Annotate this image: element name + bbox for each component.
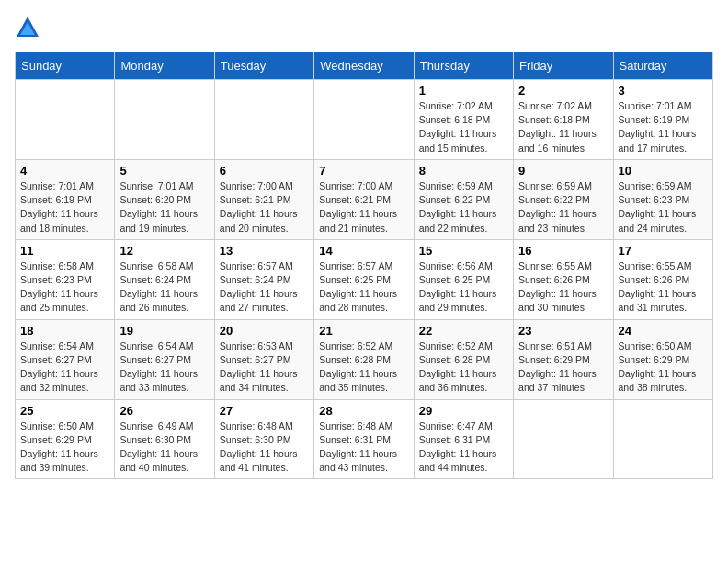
calendar-cell: 8Sunrise: 6:59 AM Sunset: 6:22 PM Daylig… xyxy=(414,159,513,239)
calendar-cell: 24Sunrise: 6:50 AM Sunset: 6:29 PM Dayli… xyxy=(613,319,712,399)
day-number: 22 xyxy=(419,324,508,338)
calendar-header: SundayMondayTuesdayWednesdayThursdayFrid… xyxy=(16,52,713,80)
day-info: Sunrise: 6:50 AM Sunset: 6:29 PM Dayligh… xyxy=(619,339,708,396)
day-number: 1 xyxy=(419,84,508,98)
calendar-week-2: 4Sunrise: 7:01 AM Sunset: 6:19 PM Daylig… xyxy=(16,159,713,239)
calendar-cell xyxy=(214,80,313,160)
day-number: 18 xyxy=(20,324,109,338)
calendar-cell: 7Sunrise: 7:00 AM Sunset: 6:21 PM Daylig… xyxy=(314,159,414,239)
day-info: Sunrise: 6:50 AM Sunset: 6:29 PM Dayligh… xyxy=(20,419,109,476)
calendar-cell: 22Sunrise: 6:52 AM Sunset: 6:28 PM Dayli… xyxy=(414,319,513,399)
day-info: Sunrise: 6:52 AM Sunset: 6:28 PM Dayligh… xyxy=(419,339,508,396)
day-info: Sunrise: 6:47 AM Sunset: 6:31 PM Dayligh… xyxy=(419,419,508,476)
day-info: Sunrise: 6:55 AM Sunset: 6:26 PM Dayligh… xyxy=(518,259,608,316)
day-number: 27 xyxy=(220,404,309,418)
calendar-week-4: 18Sunrise: 6:54 AM Sunset: 6:27 PM Dayli… xyxy=(16,319,713,399)
calendar-cell: 21Sunrise: 6:52 AM Sunset: 6:28 PM Dayli… xyxy=(314,319,414,399)
day-number: 13 xyxy=(220,244,309,258)
day-info: Sunrise: 6:59 AM Sunset: 6:23 PM Dayligh… xyxy=(619,179,708,236)
calendar-cell: 27Sunrise: 6:48 AM Sunset: 6:30 PM Dayli… xyxy=(214,399,313,479)
day-info: Sunrise: 6:48 AM Sunset: 6:31 PM Dayligh… xyxy=(319,419,408,476)
day-info: Sunrise: 7:02 AM Sunset: 6:18 PM Dayligh… xyxy=(419,99,508,155)
day-info: Sunrise: 7:01 AM Sunset: 6:19 PM Dayligh… xyxy=(619,99,708,155)
calendar-cell: 3Sunrise: 7:01 AM Sunset: 6:19 PM Daylig… xyxy=(613,80,712,160)
day-info: Sunrise: 6:58 AM Sunset: 6:23 PM Dayligh… xyxy=(20,259,109,316)
calendar-cell: 10Sunrise: 6:59 AM Sunset: 6:23 PM Dayli… xyxy=(613,159,712,239)
day-number: 17 xyxy=(619,244,708,258)
calendar-cell: 28Sunrise: 6:48 AM Sunset: 6:31 PM Dayli… xyxy=(314,399,414,479)
day-number: 15 xyxy=(419,244,508,258)
day-number: 3 xyxy=(619,84,708,98)
calendar-cell: 13Sunrise: 6:57 AM Sunset: 6:24 PM Dayli… xyxy=(214,239,313,319)
weekday-header-thursday: Thursday xyxy=(414,52,513,80)
day-info: Sunrise: 6:59 AM Sunset: 6:22 PM Dayligh… xyxy=(419,179,508,236)
calendar-cell xyxy=(16,80,115,160)
calendar-cell: 16Sunrise: 6:55 AM Sunset: 6:26 PM Dayli… xyxy=(514,239,613,319)
calendar-body: 1Sunrise: 7:02 AM Sunset: 6:18 PM Daylig… xyxy=(16,80,713,479)
calendar-cell: 18Sunrise: 6:54 AM Sunset: 6:27 PM Dayli… xyxy=(16,319,115,399)
day-number: 9 xyxy=(518,164,608,178)
day-info: Sunrise: 7:00 AM Sunset: 6:21 PM Dayligh… xyxy=(220,179,309,236)
calendar-cell: 9Sunrise: 6:59 AM Sunset: 6:22 PM Daylig… xyxy=(514,159,613,239)
day-info: Sunrise: 7:01 AM Sunset: 6:19 PM Dayligh… xyxy=(20,179,109,236)
day-info: Sunrise: 6:53 AM Sunset: 6:27 PM Dayligh… xyxy=(220,339,309,396)
calendar-cell: 4Sunrise: 7:01 AM Sunset: 6:19 PM Daylig… xyxy=(16,159,115,239)
day-number: 10 xyxy=(619,164,708,178)
day-info: Sunrise: 6:58 AM Sunset: 6:24 PM Dayligh… xyxy=(119,259,209,316)
logo xyxy=(15,15,44,40)
day-number: 23 xyxy=(518,324,608,338)
calendar-cell: 11Sunrise: 6:58 AM Sunset: 6:23 PM Dayli… xyxy=(16,239,115,319)
day-info: Sunrise: 6:55 AM Sunset: 6:26 PM Dayligh… xyxy=(619,259,708,316)
day-number: 4 xyxy=(20,164,109,178)
day-info: Sunrise: 7:02 AM Sunset: 6:18 PM Dayligh… xyxy=(518,99,608,155)
day-number: 28 xyxy=(319,404,408,418)
day-number: 21 xyxy=(319,324,408,338)
page-header xyxy=(15,15,713,40)
day-info: Sunrise: 6:59 AM Sunset: 6:22 PM Dayligh… xyxy=(518,179,608,236)
day-number: 20 xyxy=(220,324,309,338)
day-number: 5 xyxy=(119,164,209,178)
day-number: 7 xyxy=(319,164,408,178)
calendar-cell: 2Sunrise: 7:02 AM Sunset: 6:18 PM Daylig… xyxy=(514,80,613,160)
day-number: 29 xyxy=(419,404,508,418)
day-info: Sunrise: 6:54 AM Sunset: 6:27 PM Dayligh… xyxy=(20,339,109,396)
calendar-week-5: 25Sunrise: 6:50 AM Sunset: 6:29 PM Dayli… xyxy=(16,399,713,479)
day-info: Sunrise: 7:00 AM Sunset: 6:21 PM Dayligh… xyxy=(319,179,408,236)
calendar-cell: 19Sunrise: 6:54 AM Sunset: 6:27 PM Dayli… xyxy=(115,319,214,399)
calendar-cell xyxy=(115,80,214,160)
day-info: Sunrise: 6:51 AM Sunset: 6:29 PM Dayligh… xyxy=(518,339,608,396)
weekday-header-wednesday: Wednesday xyxy=(314,52,414,80)
day-number: 8 xyxy=(419,164,508,178)
day-info: Sunrise: 6:54 AM Sunset: 6:27 PM Dayligh… xyxy=(119,339,209,396)
day-number: 26 xyxy=(119,404,209,418)
calendar-cell: 26Sunrise: 6:49 AM Sunset: 6:30 PM Dayli… xyxy=(115,399,214,479)
day-info: Sunrise: 6:57 AM Sunset: 6:24 PM Dayligh… xyxy=(220,259,309,316)
calendar-cell: 29Sunrise: 6:47 AM Sunset: 6:31 PM Dayli… xyxy=(414,399,513,479)
calendar-week-3: 11Sunrise: 6:58 AM Sunset: 6:23 PM Dayli… xyxy=(16,239,713,319)
calendar-cell: 23Sunrise: 6:51 AM Sunset: 6:29 PM Dayli… xyxy=(514,319,613,399)
calendar-cell: 6Sunrise: 7:00 AM Sunset: 6:21 PM Daylig… xyxy=(214,159,313,239)
calendar-cell: 15Sunrise: 6:56 AM Sunset: 6:25 PM Dayli… xyxy=(414,239,513,319)
weekday-header-row: SundayMondayTuesdayWednesdayThursdayFrid… xyxy=(16,52,713,80)
day-info: Sunrise: 6:48 AM Sunset: 6:30 PM Dayligh… xyxy=(220,419,309,476)
day-info: Sunrise: 6:57 AM Sunset: 6:25 PM Dayligh… xyxy=(319,259,408,316)
day-info: Sunrise: 6:56 AM Sunset: 6:25 PM Dayligh… xyxy=(419,259,508,316)
day-number: 11 xyxy=(20,244,109,258)
day-number: 12 xyxy=(119,244,209,258)
calendar-cell xyxy=(314,80,414,160)
calendar-table: SundayMondayTuesdayWednesdayThursdayFrid… xyxy=(15,52,713,479)
day-number: 6 xyxy=(220,164,309,178)
calendar-cell: 25Sunrise: 6:50 AM Sunset: 6:29 PM Dayli… xyxy=(16,399,115,479)
weekday-header-saturday: Saturday xyxy=(613,52,712,80)
weekday-header-tuesday: Tuesday xyxy=(214,52,313,80)
day-number: 2 xyxy=(518,84,608,98)
calendar-cell: 17Sunrise: 6:55 AM Sunset: 6:26 PM Dayli… xyxy=(613,239,712,319)
calendar-cell: 12Sunrise: 6:58 AM Sunset: 6:24 PM Dayli… xyxy=(115,239,214,319)
calendar-cell xyxy=(514,399,613,479)
calendar-cell: 20Sunrise: 6:53 AM Sunset: 6:27 PM Dayli… xyxy=(214,319,313,399)
day-number: 25 xyxy=(20,404,109,418)
logo-icon xyxy=(15,15,40,40)
day-number: 24 xyxy=(619,324,708,338)
day-info: Sunrise: 6:49 AM Sunset: 6:30 PM Dayligh… xyxy=(119,419,209,476)
weekday-header-monday: Monday xyxy=(115,52,214,80)
